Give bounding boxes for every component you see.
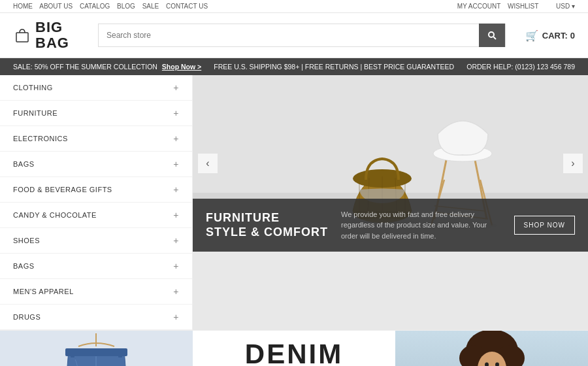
plus-icon: + [173, 261, 179, 271]
sidebar-label: DRUGS [13, 313, 41, 321]
sidebar-label: FURNITURE [13, 109, 57, 117]
svg-rect-25 [71, 350, 74, 358]
bottom-right-image [395, 331, 588, 366]
top-nav-right: MY ACCOUNT WISHLIST USD ▾ [457, 3, 575, 10]
sidebar-item-furniture[interactable]: FURNITURE + [0, 101, 192, 126]
hero-prev-button[interactable]: ‹ [198, 154, 218, 173]
hero-caption-desc: We provide you with fast and free delive… [341, 209, 501, 242]
sale-cta[interactable]: Shop Now > [162, 63, 201, 71]
logo-text: BIG BAG [35, 20, 69, 51]
nav-my-account[interactable]: MY ACCOUNT [457, 3, 501, 10]
bag-icon [13, 26, 31, 44]
plus-icon: + [173, 210, 179, 220]
sidebar-label: SHOES [13, 237, 40, 244]
sale-text: SALE: 50% OFF THE SUMMER COLLECTION Shop… [13, 63, 201, 71]
svg-point-1 [489, 32, 494, 37]
sidebar-label: BAGS [13, 262, 35, 270]
sidebar: CLOTHING + FURNITURE + ELECTRONICS + BAG… [0, 75, 193, 330]
plus-icon: + [173, 108, 179, 118]
sidebar-item-bags[interactable]: BAGS + [0, 152, 192, 177]
plus-icon: + [173, 133, 179, 144]
top-nav-left: HOME ABOUT US CATALOG BLOG SALE CONTACT … [13, 3, 213, 10]
promo-bar: SALE: 50% OFF THE SUMMER COLLECTION Shop… [0, 58, 588, 75]
sidebar-item-drugs[interactable]: DRUGS + [0, 305, 192, 330]
svg-rect-26 [118, 350, 122, 358]
sidebar-label: MEN'S APPAREL [13, 288, 74, 295]
sidebar-label: CANDY & CHOCOLATE [13, 211, 97, 219]
hero-caption: FURNITURE STYLE & COMFORT We provide you… [193, 199, 588, 252]
sidebar-item-mens[interactable]: MEN'S APPAREL + [0, 279, 192, 305]
sidebar-item-candy[interactable]: CANDY & CHOCOLATE + [0, 203, 192, 228]
nav-wishlist[interactable]: WISHLIST [508, 3, 538, 10]
nav-contact[interactable]: CONTACT US [166, 3, 208, 10]
nav-blog[interactable]: BLOG [117, 3, 135, 10]
search-input[interactable] [99, 24, 479, 46]
plus-icon: + [173, 235, 179, 246]
sidebar-item-shoes[interactable]: SHOES + [0, 228, 192, 254]
sidebar-label: ELECTRONICS [13, 135, 68, 142]
search-button[interactable] [479, 24, 505, 47]
svg-rect-0 [16, 33, 28, 42]
kid-illustration [395, 331, 588, 366]
cart-label: CART: [542, 31, 568, 41]
search-icon [487, 31, 497, 40]
cart-icon: 🛒 [525, 29, 538, 42]
hero-image: ‹ › FURNITURE STYLE & COMFORT We provide… [193, 75, 588, 252]
currency-selector[interactable]: USD ▾ [551, 3, 575, 10]
cart-area[interactable]: 🛒 CART: 0 [525, 29, 575, 42]
logo: BIG BAG [13, 20, 78, 51]
sidebar-label: CLOTHING [13, 84, 53, 92]
hero-shop-now-button[interactable]: SHOP NOW [514, 216, 575, 235]
plus-icon: + [173, 159, 179, 169]
hero-next-button[interactable]: › [563, 154, 583, 173]
sidebar-label: FOOD & BEVERAGE GIFTS [13, 186, 112, 193]
sidebar-label: BAGS [13, 160, 35, 168]
hero-caption-title: FURNITURE STYLE & COMFORT [206, 211, 328, 239]
plus-icon: + [173, 82, 179, 93]
plus-icon: + [173, 286, 179, 297]
nav-sale[interactable]: SALE [142, 3, 159, 10]
plus-icon: + [173, 184, 179, 195]
hero-slider: ‹ › FURNITURE STYLE & COMFORT We provide… [193, 75, 588, 330]
denim-title: DENIM [245, 341, 343, 366]
svg-line-2 [493, 37, 496, 40]
header: BIG BAG 🛒 CART: 0 [0, 13, 588, 58]
nav-catalog[interactable]: CATALOG [80, 3, 110, 10]
jeans-illustration [0, 331, 193, 366]
nav-about[interactable]: ABOUT US [39, 3, 73, 10]
sidebar-item-clothing[interactable]: CLOTHING + [0, 75, 192, 101]
svg-rect-23 [65, 348, 127, 356]
sidebar-item-food[interactable]: FOOD & BEVERAGE GIFTS + [0, 177, 192, 203]
order-help: ORDER HELP: (0123) 123 456 789 [466, 63, 575, 71]
plus-icon: + [173, 312, 179, 322]
cart-count: 0 [570, 31, 575, 41]
bottom-left-image [0, 331, 193, 366]
bottom-section: DENIM KIDS CLOTHING We provide you with … [0, 330, 588, 366]
main-content: CLOTHING + FURNITURE + ELECTRONICS + BAG… [0, 75, 588, 330]
sidebar-item-bags2[interactable]: BAGS + [0, 254, 192, 279]
bottom-center: DENIM KIDS CLOTHING We provide you with … [193, 331, 395, 366]
shipping-text: FREE U.S. SHIPPING $98+ | FREE RETURNS |… [214, 63, 454, 71]
top-nav: HOME ABOUT US CATALOG BLOG SALE CONTACT … [0, 0, 588, 13]
sidebar-item-electronics[interactable]: ELECTRONICS + [0, 126, 192, 152]
nav-home[interactable]: HOME [13, 3, 33, 10]
search-bar [98, 24, 506, 47]
